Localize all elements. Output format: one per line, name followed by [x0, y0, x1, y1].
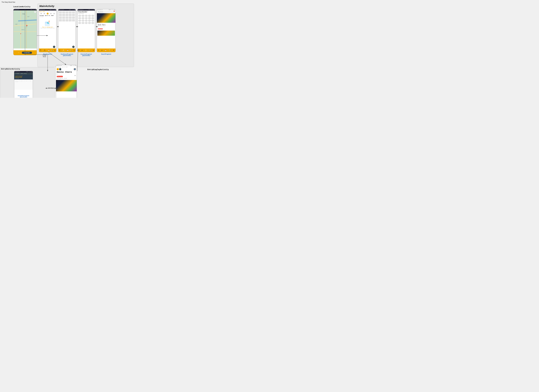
main-activity-label: MainActivity [38, 4, 134, 9]
editor-dark-section: 4/22/20 15:33:55 Untitled ✓ Untitled [14, 75, 33, 79]
nav-dashboard-diary[interactable]: ♥ [59, 50, 60, 51]
nav-dashboard-dash[interactable]: ⊞Dashboard [62, 49, 65, 51]
entry-display-avatar: 👤 [74, 68, 76, 70]
location-bottom-bar: ← CONFIRM [14, 50, 37, 55]
search-bar[interactable]: 🔍 Search [97, 11, 115, 13]
editor-date: 4/22/20 15:33:55 [15, 75, 32, 76]
editor-title-field[interactable]: Untitled ✓ [15, 76, 32, 78]
svg-rect-7 [48, 22, 50, 23]
editor-close-icon[interactable]: ✕ [15, 73, 15, 74]
edit-mode-label: ←Edit Mode→ [47, 87, 55, 89]
diary-status-bar: 15:18:42 apr 220.7K/s ↕ ⊕ ᵾ ● 79% [39, 9, 56, 10]
nav-item-calendar[interactable]: 📅 [48, 50, 49, 51]
confirm-button[interactable]: CONFIRM [22, 52, 32, 54]
empty-title: There is nothing here! [42, 27, 53, 28]
map-blue-marker: 📍 [20, 33, 21, 35]
dashboard-nav-bar: ♥ ⊞Dashboard 📅 🔍 ⚑ [58, 48, 76, 52]
editor-body-field[interactable]: Tell us the memory you want to keep fore… [14, 79, 33, 90]
cal-day-22: 22 [50, 13, 52, 14]
search-entry-title: Heelo there [98, 24, 114, 26]
entry-editor-activity-label: EntryEditorActivity [0, 67, 54, 71]
diary-fragment-phone: 15:18:42 apr 220.7K/s ↕ ⊕ ᵾ ● 79% April … [39, 9, 56, 52]
diary-nav-bar: ♥Diary ⊞Dashboard 📅 🔍 ⚑ [39, 48, 56, 52]
nav-search-cal[interactable]: 📅 [105, 50, 106, 51]
nav-search-dash[interactable]: ⊞ [102, 50, 102, 51]
location-activity-label: LocationActivity [13, 6, 30, 8]
main-activity-box: MainActivity 15:18:42 apr 220.7K/s ↕ ⊕ ᵾ… [38, 4, 134, 67]
editor-header: ✕ Create a diary entry [14, 72, 33, 75]
entry-display-activity-label: EntryDisplayActivity [87, 69, 109, 71]
diary-fragment-label: DiaryFragment [39, 53, 56, 55]
overview-placeholder-title: Placeholder [78, 11, 94, 13]
nav-dashboard-flag[interactable]: ⚑ [74, 50, 74, 51]
nav-item-flag[interactable]: ⚑ [55, 50, 55, 51]
nav-search-diary[interactable]: ♥ [98, 50, 99, 51]
search-entry-card[interactable]: HH · 3 HB. AGO Heelo there Hi ndnrenpnci… [97, 23, 115, 30]
entry-display-coords: 13.74, 100.38 [56, 79, 77, 80]
dashboard-fab[interactable]: + [72, 46, 75, 48]
map-red-pin: 📍 [25, 25, 28, 27]
search-second-thumb [97, 31, 115, 36]
entry-display-tag-chip: Hello there [57, 76, 63, 77]
nav-search-search[interactable]: 🔍Search [109, 49, 111, 51]
overview-nav-bar: ♥ ⊞ ⊡Overview 🔍 ⚑ [78, 48, 95, 52]
nav-overview-dash[interactable]: ⊞ [82, 50, 82, 51]
entry-display-location: 📍 Khet Bang Khae, Thailand [56, 77, 77, 79]
search-fragment-phone: 15:17:49 apr 220.9K/s ↕ ⊕ ᵾ ● 79% 🔍 Sear… [97, 9, 116, 52]
cal-day-20: 20 [43, 13, 45, 14]
nav-search-flag[interactable]: ⚑ [113, 50, 114, 51]
nav-overview-diary[interactable]: ♥ [79, 50, 79, 51]
svg-point-5 [49, 20, 50, 21]
nav-overview-overview[interactable]: ⊡Overview [85, 49, 87, 51]
search-entry-tag: Hello there [98, 29, 103, 29]
diary-fab[interactable]: + [53, 46, 55, 48]
month-label: April 2020 [39, 11, 56, 12]
entry-editor-activity-box: EntryEditorActivity 15:34:08 apr 220.7K/… [0, 67, 55, 98]
nav-item-search[interactable]: 🔍 [51, 50, 53, 51]
entry-display-time: 3 hours ago • April 22, 2020 [56, 66, 77, 68]
location-phone: 15:38:05 apr 221K/s ↕ ⊕ ᵾ ● 82% MANTHANA… [13, 9, 37, 55]
search-fragment-label: SearchFragment [97, 53, 116, 55]
dashboard-fragment-phone: 15:17:27 apr 221.2K/s ↕ ⊕ ᵾ ● 79% [58, 9, 76, 52]
page-title: The Diary Book flow [0, 0, 16, 4]
cal-day-23: 23 [53, 13, 55, 14]
entry-editor-phone: 15:34:08 apr 220.7K/s ↕ ⊕ ᵾ ● 82% ✕ Crea… [14, 71, 33, 98]
search-image-thumb [97, 13, 116, 23]
nav-overview-flag[interactable]: ⚑ [93, 50, 94, 51]
editor-header-title: Create a diary entry [16, 73, 27, 74]
back-arrow-icon[interactable]: ← [18, 52, 19, 54]
entry-display-title: Heelo there [56, 71, 77, 74]
nav-overview-search[interactable]: 🔍 [89, 50, 91, 51]
search-nav-bar: ♥ ⊞ 📅 🔍Search ⚑ [97, 48, 116, 52]
map-area: MANTHANA2 VILLAGE PLAM SPIVILLAG KASITHO… [14, 10, 37, 48]
notification-badge: 1 [114, 11, 115, 12]
nav-dashboard-search[interactable]: 🔍 [70, 50, 72, 51]
cal-day-19: 19 [40, 13, 42, 14]
editor-subtitle-field[interactable]: Untitled [15, 78, 32, 79]
nav-item-diary[interactable]: ♥Diary [40, 49, 41, 51]
nav-item-dashboard[interactable]: ⊞Dashboard [43, 49, 46, 51]
map-zoom-btn[interactable]: + [34, 11, 36, 13]
overview-fragment-label: OverviewFragment(placeholder) [77, 53, 95, 56]
entry-display-body: Hi [56, 74, 77, 75]
empty-illustration [44, 19, 51, 27]
entry-display-tags-row: #1 #2 👤 [56, 68, 77, 70]
create-mode-label: CreateMode [43, 55, 46, 57]
nav-dashboard-cal[interactable]: 📅 [67, 50, 68, 51]
yesterday-label: Yesterday [39, 16, 56, 18]
diary-date-label: Tuesday, April 21, 2020 [39, 15, 56, 16]
overview-fragment-phone: 15:17:36 apr 221.1K/s ↕ ⊕ ᵾ ● 79% Placeh… [77, 9, 95, 52]
entry-editor-fragment-label: EntryEditorFragment(placeholder) [14, 95, 33, 98]
empty-subtitle: Press the button to Add a new diary entr… [41, 28, 55, 29]
entry-display-image [56, 80, 77, 91]
cal-day-21: 21 [47, 13, 48, 14]
entry-display-phone: 15:36:17 apr 220.6K/s ↕ ⊕ ᵾ ● 82% 3 hour… [56, 65, 77, 98]
dashboard-fragment-label: DashboardFragment(placeholder) [58, 53, 76, 56]
